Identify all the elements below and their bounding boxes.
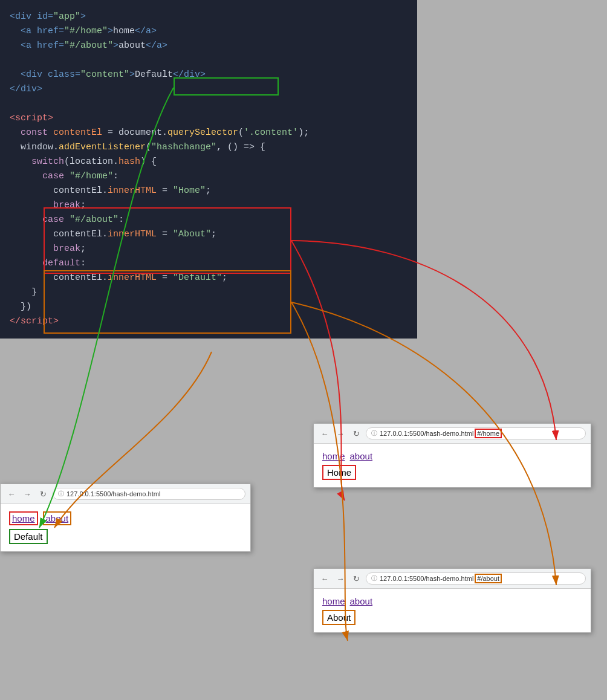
browser-default-toolbar: ← → ↻ ⓘ 127.0.0.1:5500/hash-demo.html <box>1 484 250 504</box>
code-line-1: <div id="app"> <box>10 11 86 22</box>
home-link-about[interactable]: home <box>322 596 345 606</box>
browser-about-content: home about About <box>314 589 591 632</box>
content-display-about: About <box>322 610 355 625</box>
url-text-home: 127.0.0.1:5500/hash-demo.html <box>380 430 473 437</box>
browser-default-content: home about Default <box>1 504 250 551</box>
content-display-home: Home <box>322 465 356 480</box>
home-link-home[interactable]: home <box>322 451 345 461</box>
about-link-home[interactable]: about <box>350 451 373 461</box>
about-link-about[interactable]: about <box>350 596 373 606</box>
browser-about-links: home about <box>322 596 582 606</box>
info-icon: ⓘ <box>58 490 64 498</box>
url-text-about: 127.0.0.1:5500/hash-demo.html <box>380 575 473 582</box>
back-button-about[interactable]: ← <box>319 572 331 585</box>
browser-home-content: home about Home <box>314 444 591 487</box>
reload-button-about[interactable]: ↻ <box>350 572 362 585</box>
code-line-2: <a href="#/home">home</a> <box>10 26 157 36</box>
url-hash-home: #/home <box>476 430 501 437</box>
url-bar-default[interactable]: ⓘ 127.0.0.1:5500/hash-demo.html <box>53 488 245 500</box>
forward-button-about[interactable]: → <box>334 572 346 585</box>
browser-default-links: home about <box>9 511 242 525</box>
forward-button[interactable]: → <box>21 488 33 500</box>
browser-home: ← → ↻ ⓘ 127.0.0.1:5500/hash-demo.html#/h… <box>313 423 591 488</box>
url-bar-home[interactable]: ⓘ 127.0.0.1:5500/hash-demo.html#/home <box>366 427 586 439</box>
home-link-default[interactable]: home <box>9 511 38 525</box>
browser-home-links: home about <box>322 451 582 461</box>
about-link-default[interactable]: about <box>43 511 72 525</box>
browser-home-toolbar: ← → ↻ ⓘ 127.0.0.1:5500/hash-demo.html#/h… <box>314 424 591 444</box>
browser-about-toolbar: ← → ↻ ⓘ 127.0.0.1:5500/hash-demo.html#/a… <box>314 569 591 589</box>
reload-button-home[interactable]: ↻ <box>350 427 362 439</box>
browser-default: ← → ↻ ⓘ 127.0.0.1:5500/hash-demo.html ho… <box>0 484 251 552</box>
forward-button-home[interactable]: → <box>334 427 346 439</box>
code-line-8: <script> <box>10 113 53 123</box>
reload-button[interactable]: ↻ <box>37 488 49 500</box>
url-bar-about[interactable]: ⓘ 127.0.0.1:5500/hash-demo.html#/about <box>366 572 586 585</box>
info-icon-about: ⓘ <box>371 574 377 583</box>
browser-about: ← → ↻ ⓘ 127.0.0.1:5500/hash-demo.html#/a… <box>313 568 591 633</box>
back-button-home[interactable]: ← <box>319 427 331 439</box>
info-icon-home: ⓘ <box>371 429 377 438</box>
code-editor: <div id="app"> <a href="#/home">home</a>… <box>0 0 417 339</box>
back-button[interactable]: ← <box>5 488 18 500</box>
url-hash-about: #/about <box>476 575 501 582</box>
code-line-5: <div class="content">Default</div> <box>10 70 206 80</box>
url-text-default: 127.0.0.1:5500/hash-demo.html <box>67 490 160 497</box>
code-line-3: <a href="#/about">about</a> <box>10 41 167 51</box>
content-display-default: Default <box>9 529 48 544</box>
code-line-6: </div> <box>10 84 42 94</box>
